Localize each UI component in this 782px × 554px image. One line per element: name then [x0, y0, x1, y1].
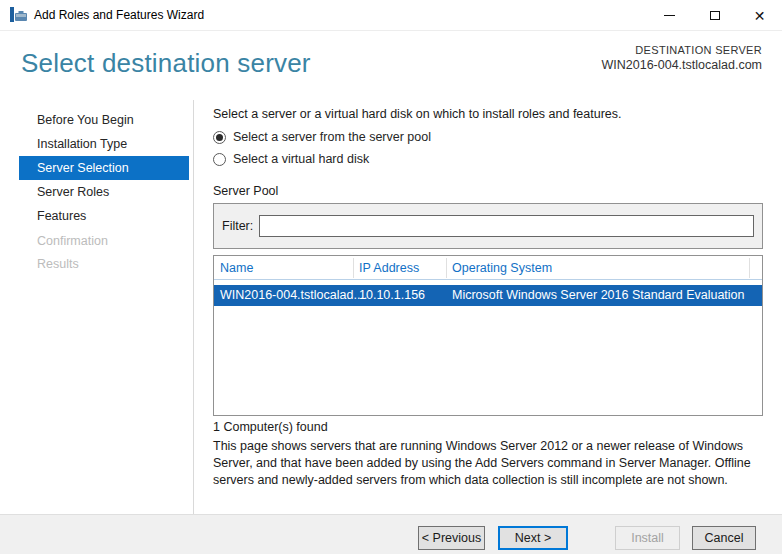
- sidebar-item-server-selection[interactable]: Server Selection: [19, 156, 189, 180]
- sidebar-item-before-you-begin[interactable]: Before You Begin: [19, 108, 189, 132]
- page-description: This page shows servers that are running…: [213, 438, 773, 489]
- filter-label: Filter:: [222, 204, 253, 248]
- sidebar-item-confirmation: Confirmation: [19, 229, 189, 253]
- wizard-steps-sidebar: Before You Begin Installation Type Serve…: [0, 100, 193, 514]
- maximize-icon: [710, 11, 720, 20]
- close-button[interactable]: ✕: [737, 0, 782, 31]
- title-bar: Add Roles and Features Wizard ✕: [0, 0, 782, 31]
- computers-found-count: 1 Computer(s) found: [213, 420, 328, 434]
- close-icon: ✕: [754, 9, 766, 23]
- column-header-operating-system[interactable]: Operating System: [452, 256, 552, 280]
- table-row-selected-server[interactable]: WIN2016-004.tstlocalad.... 10.10.1.156 M…: [214, 285, 762, 306]
- column-separator: [446, 258, 447, 278]
- window-controls: ✕: [647, 0, 782, 31]
- minimize-icon: [664, 15, 675, 16]
- destination-server-label: DESTINATION SERVER: [602, 44, 763, 56]
- cell-operating-system: Microsoft Windows Server 2016 Standard E…: [452, 285, 745, 306]
- filter-panel: Filter:: [213, 203, 763, 249]
- radio-select-virtual-hard-disk[interactable]: Select a virtual hard disk: [213, 152, 369, 166]
- radio-select-server-pool[interactable]: Select a server from the server pool: [213, 130, 431, 144]
- column-header-ip-address[interactable]: IP Address: [359, 256, 419, 280]
- sidebar-item-results: Results: [19, 252, 189, 276]
- destination-server-block: DESTINATION SERVER WIN2016-004.tstlocala…: [602, 44, 763, 72]
- server-manager-icon: [10, 7, 28, 24]
- cancel-button[interactable]: Cancel: [692, 526, 756, 550]
- minimize-button[interactable]: [647, 0, 692, 31]
- filter-input[interactable]: [259, 215, 754, 237]
- install-button: Install: [615, 526, 680, 550]
- column-separator: [353, 258, 354, 278]
- intro-text: Select a server or a virtual hard disk o…: [213, 107, 769, 121]
- radio-label: Select a virtual hard disk: [233, 152, 369, 166]
- sidebar-item-features[interactable]: Features: [19, 204, 189, 228]
- page-header: Select destination server DESTINATION SE…: [0, 31, 782, 100]
- sidebar-item-installation-type[interactable]: Installation Type: [19, 132, 189, 156]
- radio-unselected-icon: [213, 153, 226, 166]
- footer-bar: < Previous Next > Install Cancel: [0, 514, 782, 554]
- page-title: Select destination server: [21, 48, 311, 79]
- server-pool-heading: Server Pool: [213, 184, 278, 198]
- sidebar-divider: [193, 100, 194, 514]
- cell-ip-address: 10.10.1.156: [359, 285, 425, 306]
- server-pool-table: Name IP Address Operating System WIN2016…: [213, 255, 763, 416]
- cell-server-name: WIN2016-004.tstlocalad....: [220, 285, 367, 306]
- sidebar-item-server-roles[interactable]: Server Roles: [19, 180, 189, 204]
- column-separator: [749, 258, 750, 278]
- radio-selected-icon: [213, 131, 226, 144]
- maximize-button[interactable]: [692, 0, 737, 31]
- window-title: Add Roles and Features Wizard: [34, 0, 204, 31]
- previous-button[interactable]: < Previous: [418, 526, 485, 550]
- next-button[interactable]: Next >: [498, 526, 568, 550]
- column-header-name[interactable]: Name: [220, 256, 253, 280]
- table-header-row: Name IP Address Operating System: [214, 256, 762, 280]
- radio-label: Select a server from the server pool: [233, 130, 431, 144]
- destination-server-name: WIN2016-004.tstlocalad.com: [602, 58, 763, 72]
- wizard-window: Add Roles and Features Wizard ✕ Select d…: [0, 0, 782, 554]
